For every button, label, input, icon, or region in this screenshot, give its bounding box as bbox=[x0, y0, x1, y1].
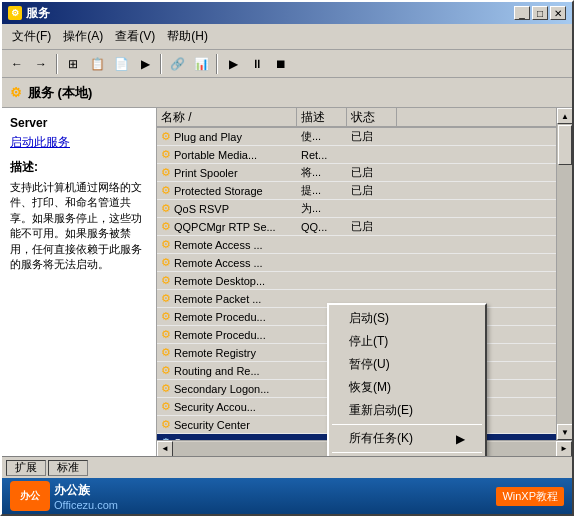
ctx-refresh[interactable]: 刷新(F) bbox=[329, 455, 485, 456]
ctx-stop[interactable]: 停止(T) bbox=[329, 330, 485, 353]
row-desc: 使... bbox=[297, 128, 347, 145]
row-status: 已启 bbox=[347, 128, 397, 145]
maximize-button[interactable]: □ bbox=[532, 6, 548, 20]
menu-view[interactable]: 查看(V) bbox=[109, 26, 161, 47]
ctx-sep-1 bbox=[332, 424, 482, 425]
logo-icon: 办公 bbox=[10, 481, 50, 511]
status-standard-label: 标准 bbox=[57, 460, 79, 475]
panel-title: 服务 (本地) bbox=[28, 84, 92, 102]
menu-help[interactable]: 帮助(H) bbox=[161, 26, 214, 47]
play-button[interactable]: ▶ bbox=[222, 53, 244, 75]
status-pane-standard: 标准 bbox=[48, 460, 88, 476]
pause-button[interactable]: ⏸ bbox=[246, 53, 268, 75]
scroll-right-button[interactable]: ► bbox=[556, 441, 572, 457]
table-row[interactable]: ⚙QQPCMgr RTP Se... QQ... 已启 bbox=[157, 218, 556, 236]
scroll-up-button[interactable]: ▲ bbox=[557, 108, 572, 124]
row-name: ⚙QQPCMgr RTP Se... bbox=[157, 219, 297, 234]
table-row[interactable]: ⚙Remote Access ... bbox=[157, 236, 556, 254]
row-desc: Ret... bbox=[297, 148, 347, 162]
scroll-left-button[interactable]: ◄ bbox=[157, 441, 173, 457]
row-status bbox=[347, 298, 397, 300]
forward-button[interactable]: → bbox=[30, 53, 52, 75]
toolbar: ← → ⊞ 📋 📄 ▶ 🔗 📊 ▶ ⏸ ⏹ bbox=[2, 50, 572, 78]
row-name: ⚙Remote Access ... bbox=[157, 255, 297, 270]
vertical-scrollbar[interactable]: ▲ ▼ bbox=[556, 108, 572, 440]
col-header-name[interactable]: 名称 / bbox=[157, 108, 297, 126]
toolbar-btn-6[interactable]: 📊 bbox=[190, 53, 212, 75]
table-row[interactable]: ⚙Remote Desktop... bbox=[157, 272, 556, 290]
menu-action[interactable]: 操作(A) bbox=[57, 26, 109, 47]
row-status bbox=[347, 280, 397, 282]
minimize-button[interactable]: _ bbox=[514, 6, 530, 20]
table-row[interactable]: ⚙Remote Access ... bbox=[157, 254, 556, 272]
right-panel: 名称 / 描述 状态 ⚙Plug and Play 使... 已启 bbox=[157, 108, 572, 456]
row-desc: 为... bbox=[297, 200, 347, 217]
service-name: Server bbox=[10, 116, 148, 130]
col-header-desc[interactable]: 描述 bbox=[297, 108, 347, 126]
row-name: ⚙Remote Packet ... bbox=[157, 291, 297, 306]
ctx-start[interactable]: 启动(S) bbox=[329, 307, 485, 330]
ctx-restart[interactable]: 重新启动(E) bbox=[329, 399, 485, 422]
ctx-pause[interactable]: 暂停(U) bbox=[329, 353, 485, 376]
scroll-down-button[interactable]: ▼ bbox=[557, 424, 572, 440]
ctx-sep-2 bbox=[332, 452, 482, 453]
start-service-link[interactable]: 启动此服务 bbox=[10, 134, 148, 151]
row-desc: QQ... bbox=[297, 220, 347, 234]
table-row[interactable]: ⚙Print Spooler 将... 已启 bbox=[157, 164, 556, 182]
row-name: ⚙Print Spooler bbox=[157, 165, 297, 180]
row-status: 已启 bbox=[347, 182, 397, 199]
row-desc: 提... bbox=[297, 182, 347, 199]
col-header-status[interactable]: 状态 bbox=[347, 108, 397, 126]
panel-icon: ⚙ bbox=[10, 85, 22, 100]
main-window: ⚙ 服务 _ □ ✕ 文件(F) 操作(A) 查看(V) 帮助(H) ← → ⊞… bbox=[0, 0, 574, 516]
table-header: 名称 / 描述 状态 bbox=[157, 108, 556, 128]
winxp-tag-area: WinXP教程 bbox=[496, 487, 564, 506]
bottom-logo-area: 办公 办公族 Officezu.com WinXP教程 bbox=[2, 478, 572, 514]
row-name: ⚙Remote Desktop... bbox=[157, 273, 297, 288]
ctx-resume[interactable]: 恢复(M) bbox=[329, 376, 485, 399]
row-desc bbox=[297, 298, 347, 300]
row-desc: 将... bbox=[297, 164, 347, 181]
menu-file[interactable]: 文件(F) bbox=[6, 26, 57, 47]
row-status bbox=[347, 262, 397, 264]
title-bar-left: ⚙ 服务 bbox=[8, 5, 50, 22]
desc-label: 描述: bbox=[10, 159, 148, 176]
logo-name: 办公族 bbox=[54, 482, 118, 499]
toolbar-sep-1 bbox=[56, 54, 58, 74]
table-row[interactable]: ⚙Portable Media... Ret... bbox=[157, 146, 556, 164]
desc-text: 支持此计算机通过网络的文件、打印、和命名管道共享。如果服务停止，这些功能不可用。… bbox=[10, 180, 148, 272]
toolbar-btn-1[interactable]: ⊞ bbox=[62, 53, 84, 75]
table-row[interactable]: ⚙Protected Storage 提... 已启 bbox=[157, 182, 556, 200]
row-desc bbox=[297, 280, 347, 282]
left-panel: Server 启动此服务 描述: 支持此计算机通过网络的文件、打印、和命名管道共… bbox=[2, 108, 157, 456]
title-buttons: _ □ ✕ bbox=[514, 6, 566, 20]
row-name: ⚙QoS RSVP bbox=[157, 201, 297, 216]
stop-button[interactable]: ⏹ bbox=[270, 53, 292, 75]
main-content: Server 启动此服务 描述: 支持此计算机通过网络的文件、打印、和命名管道共… bbox=[2, 108, 572, 456]
row-status: 已启 bbox=[347, 218, 397, 235]
scroll-thumb[interactable] bbox=[558, 125, 572, 165]
back-button[interactable]: ← bbox=[6, 53, 28, 75]
row-status: 已启 bbox=[347, 164, 397, 181]
context-menu: 启动(S) 停止(T) 暂停(U) 恢复(M) 重新启动(E) 所有任务(K) … bbox=[327, 303, 487, 456]
ctx-arrow-icon: ▶ bbox=[456, 432, 465, 446]
toolbar-btn-5[interactable]: 🔗 bbox=[166, 53, 188, 75]
table-row[interactable]: ⚙QoS RSVP 为... bbox=[157, 200, 556, 218]
table-row[interactable]: ⚙Plug and Play 使... 已启 bbox=[157, 128, 556, 146]
row-status bbox=[347, 208, 397, 210]
ctx-all-tasks-label: 所有任务(K) bbox=[349, 430, 413, 447]
row-name: ⚙Secondary Logon... bbox=[157, 381, 297, 396]
status-expand-label: 扩展 bbox=[15, 460, 37, 475]
close-button[interactable]: ✕ bbox=[550, 6, 566, 20]
row-name: ⚙Portable Media... bbox=[157, 147, 297, 162]
toolbar-btn-3[interactable]: 📄 bbox=[110, 53, 132, 75]
scroll-track[interactable] bbox=[557, 124, 572, 424]
ctx-all-tasks[interactable]: 所有任务(K) ▶ bbox=[329, 427, 485, 450]
row-status bbox=[347, 154, 397, 156]
row-name: ⚙Routing and Re... bbox=[157, 363, 297, 378]
toolbar-btn-2[interactable]: 📋 bbox=[86, 53, 108, 75]
title-bar: ⚙ 服务 _ □ ✕ bbox=[2, 2, 572, 24]
row-name: ⚙Remote Procedu... bbox=[157, 327, 297, 342]
logo-site: Officezu.com bbox=[54, 499, 118, 511]
toolbar-btn-4[interactable]: ▶ bbox=[134, 53, 156, 75]
